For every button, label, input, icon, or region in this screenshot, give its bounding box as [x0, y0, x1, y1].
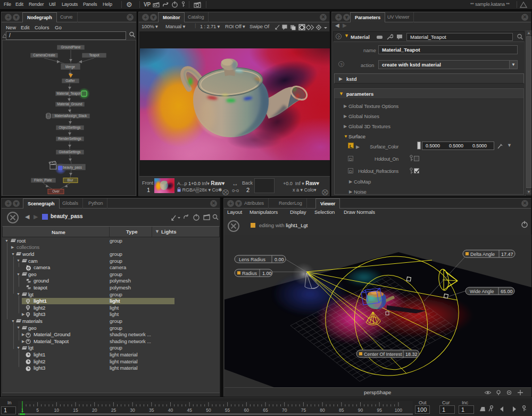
svg-text:FileIn_Plate: FileIn_Plate	[34, 178, 52, 182]
svg-text:Lens Radius: Lens Radius	[239, 257, 266, 262]
svg-text:Gaffer: Gaffer	[65, 79, 74, 82]
svg-text:75: 75	[301, 407, 306, 413]
svg-text:20: 20	[92, 407, 97, 413]
svg-text:45: 45	[187, 407, 192, 413]
svg-text:35: 35	[149, 407, 154, 413]
svg-text:MaterialAssign_Stack: MaterialAssign_Stack	[55, 114, 87, 118]
svg-text:50: 50	[206, 407, 211, 413]
svg-text:55: 55	[225, 407, 230, 413]
svg-text:1: 1	[21, 407, 24, 413]
svg-text:95: 95	[377, 407, 382, 413]
svg-text:Radius: Radius	[242, 271, 257, 276]
svg-text:65.00: 65.00	[501, 289, 513, 294]
svg-text:Wide Angle: Wide Angle	[470, 289, 494, 294]
svg-text:15: 15	[73, 407, 78, 413]
svg-text:70: 70	[282, 407, 287, 413]
svg-text:30: 30	[130, 407, 135, 413]
svg-text:40: 40	[168, 407, 173, 413]
svg-text:90: 90	[358, 407, 363, 413]
svg-text:25: 25	[111, 407, 117, 413]
svg-text:1.00: 1.00	[262, 271, 272, 276]
svg-text:ObjectSettings: ObjectSettings	[59, 126, 81, 130]
svg-text:80: 80	[320, 407, 325, 413]
svg-text:Merge: Merge	[65, 65, 75, 69]
svg-text:Delta Angle: Delta Angle	[470, 252, 495, 257]
svg-text:Teapot: Teapot	[89, 53, 99, 57]
svg-text:Over: Over	[52, 189, 60, 193]
svg-text:GroundPlane: GroundPlane	[61, 45, 81, 49]
svg-text:GlobalSettings: GlobalSettings	[59, 150, 81, 154]
svg-text:65: 65	[263, 407, 268, 413]
svg-text:17.47: 17.47	[501, 252, 513, 257]
svg-text:60: 60	[244, 407, 250, 413]
svg-text:85: 85	[339, 407, 344, 413]
svg-text:100: 100	[395, 407, 402, 413]
svg-text:5: 5	[36, 407, 39, 413]
svg-text:Material_Ground: Material_Ground	[57, 102, 82, 106]
svg-text:beauty_pass: beauty_pass	[63, 165, 82, 170]
svg-text:10: 10	[54, 407, 60, 413]
svg-text:Material_Teapot: Material_Teapot	[57, 91, 81, 96]
svg-text:RenderSettings: RenderSettings	[58, 137, 81, 141]
svg-text:Center Of Interest: Center Of Interest	[364, 352, 402, 357]
svg-text:CameraCreate: CameraCreate	[33, 53, 55, 57]
svg-text:0.00: 0.00	[275, 257, 284, 262]
svg-text:Blur: Blur	[67, 178, 73, 182]
svg-text:18.32: 18.32	[405, 352, 418, 357]
